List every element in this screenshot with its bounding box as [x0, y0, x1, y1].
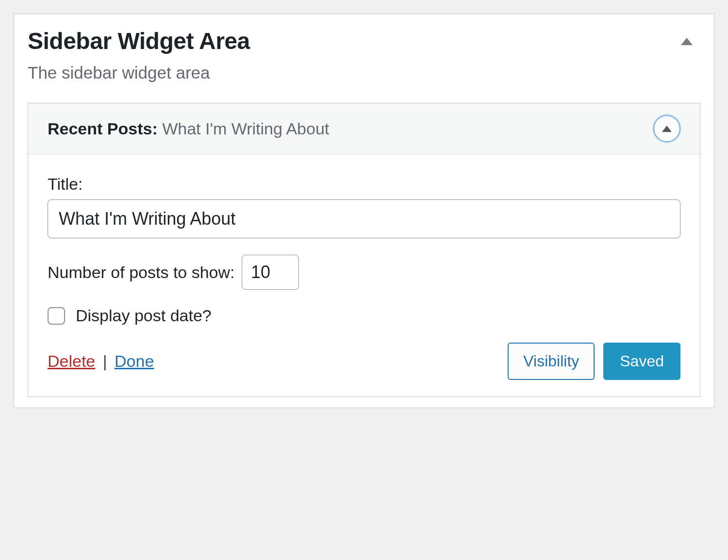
title-row: Title: — [48, 175, 680, 238]
display-date-checkbox[interactable] — [48, 307, 65, 325]
widget-type-label: Recent Posts — [48, 119, 152, 138]
footer-buttons: Visibility Saved — [508, 343, 680, 380]
count-input[interactable] — [242, 255, 299, 290]
panel-description: The sidebar widget area — [28, 63, 250, 82]
title-label: Title: — [48, 175, 680, 194]
count-row: Number of posts to show: — [48, 255, 680, 290]
widget-name: What I'm Writing About — [162, 119, 329, 138]
saved-button[interactable]: Saved — [603, 343, 680, 380]
triangle-up-icon — [681, 38, 693, 45]
count-label: Number of posts to show: — [48, 263, 235, 282]
widget-separator: : — [152, 119, 162, 138]
delete-link[interactable]: Delete — [48, 352, 95, 370]
done-link[interactable]: Done — [115, 352, 154, 370]
widget-label: Recent Posts: What I'm Writing About — [48, 119, 329, 138]
widget-header[interactable]: Recent Posts: What I'm Writing About — [28, 103, 700, 154]
widget-footer: Delete | Done Visibility Saved — [48, 343, 680, 380]
triangle-up-icon — [662, 126, 672, 132]
visibility-button[interactable]: Visibility — [508, 343, 595, 380]
sidebar-widget-panel: Sidebar Widget Area The sidebar widget a… — [14, 14, 714, 408]
widget-box: Recent Posts: What I'm Writing About Tit… — [28, 103, 700, 397]
title-input[interactable] — [48, 199, 680, 238]
panel-title: Sidebar Widget Area — [28, 28, 250, 54]
display-date-label[interactable]: Display post date? — [76, 306, 212, 325]
date-row: Display post date? — [48, 306, 680, 325]
widget-body: Title: Number of posts to show: Display … — [28, 154, 700, 396]
footer-links: Delete | Done — [48, 352, 154, 371]
panel-header: Sidebar Widget Area The sidebar widget a… — [28, 28, 700, 103]
link-separator: | — [103, 352, 107, 370]
panel-collapse-toggle[interactable] — [676, 31, 697, 52]
widget-collapse-toggle[interactable] — [653, 115, 680, 142]
